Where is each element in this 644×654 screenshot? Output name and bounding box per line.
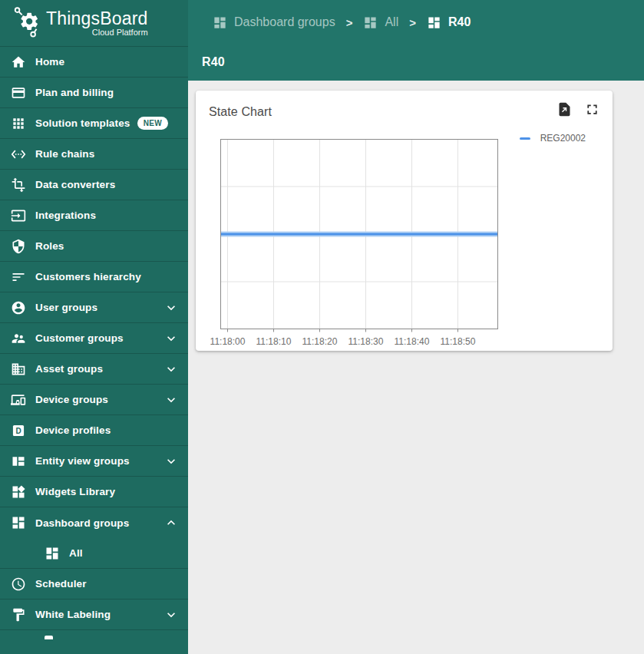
breadcrumb-item-all[interactable]: All <box>363 15 398 30</box>
legend-series-name: REG20002 <box>540 133 586 144</box>
account-circle-icon <box>11 300 26 315</box>
chart-x-label: 11:18:10 <box>256 336 292 347</box>
chevron-down-icon <box>163 392 179 408</box>
sidebar-nav: HomePlan and billingSolution templatesNE… <box>0 47 188 639</box>
input-icon <box>11 208 26 223</box>
widget-actions <box>556 100 602 118</box>
sidebar-item-label: Scheduler <box>35 578 87 590</box>
sidebar-item-customers-hierarchy[interactable]: Customers hierarchy <box>0 262 188 292</box>
widgets-icon <box>11 484 26 500</box>
format-paint-icon <box>11 607 26 623</box>
apps-icon <box>11 116 26 131</box>
chevron-down-icon <box>163 607 179 623</box>
chevron-down-icon <box>163 362 179 377</box>
breadcrumb-label: Dashboard groups <box>234 15 335 29</box>
sidebar-item-label: Roles <box>35 240 64 252</box>
sidebar-item-label: Asset groups <box>35 363 103 375</box>
dashboard-icon <box>11 515 26 530</box>
sidebar-item-customer-groups[interactable]: Customer groups <box>0 323 188 354</box>
sidebar: ThingsBoard Cloud Platform HomePlan and … <box>0 0 188 654</box>
chevron-down-icon <box>163 331 179 346</box>
shield-icon <box>11 239 26 254</box>
dashboard-icon <box>11 515 26 530</box>
device-profile-icon: D <box>11 423 26 438</box>
sidebar-item-integrations[interactable]: Integrations <box>0 200 188 231</box>
apps-icon <box>11 116 26 131</box>
dashboard-icon <box>363 15 378 30</box>
dashboard-icon <box>45 546 60 561</box>
sidebar-item-user-groups[interactable]: User groups <box>0 292 188 323</box>
sidebar-item-label: All <box>69 547 83 559</box>
sidebar-item-device-profiles[interactable]: DDevice profiles <box>0 415 188 446</box>
sort-icon <box>11 269 26 285</box>
page-title: R40 <box>202 55 225 69</box>
dashboard-canvas: State Chart REG20002 11:18:0011:18:1011:… <box>188 81 644 654</box>
chart-x-label: 11:18:50 <box>441 336 476 347</box>
view-quilt-icon <box>11 454 26 469</box>
svg-text:D: D <box>15 426 21 434</box>
sidebar-item-label: Home <box>35 56 64 68</box>
sidebar-item-white-labeling[interactable]: White Labeling <box>0 600 188 630</box>
chart-x-label: 11:18:00 <box>210 336 246 347</box>
breadcrumb-item-dashboard-groups[interactable]: Dashboard groups <box>213 15 335 30</box>
credit-card-icon <box>11 85 26 101</box>
dashboard-icon-icon <box>363 15 378 30</box>
people-icon <box>11 331 26 346</box>
chevron-down-icon <box>163 454 179 469</box>
chevron-down-icon <box>163 362 179 377</box>
sidebar-item-rule-chains[interactable]: Rule chains <box>0 139 188 170</box>
sidebar-item-roles[interactable]: Roles <box>0 231 188 262</box>
sidebar-item-widgets-library[interactable]: Widgets Library <box>0 477 188 507</box>
sidebar-item-data-converters[interactable]: Data converters <box>0 170 188 200</box>
people-icon <box>11 331 26 346</box>
export-image-button[interactable] <box>556 100 574 118</box>
transform-icon <box>11 177 26 193</box>
sidebar-item-device-groups[interactable]: Device groups <box>0 385 188 415</box>
shield-icon <box>11 239 26 254</box>
sidebar-item-plan-and-billing[interactable]: Plan and billing <box>0 78 188 108</box>
sidebar-item-label: White Labeling <box>35 609 111 620</box>
schedule-icon <box>11 576 26 592</box>
breadcrumb-separator: > <box>346 16 353 29</box>
sidebar-item-all[interactable]: All <box>0 538 188 569</box>
chevron-down-icon <box>163 392 179 408</box>
breadcrumb-bar: Dashboard groups>All>R40 <box>188 0 644 45</box>
thingsboard-logo-icon <box>12 5 45 41</box>
partial-icon <box>45 636 53 639</box>
chart-canvas[interactable]: 11:18:0011:18:1011:18:2011:18:3011:18:40… <box>220 139 498 354</box>
sidebar-item-entity-view-groups[interactable]: Entity view groups <box>0 446 188 477</box>
domain-icon <box>11 362 26 377</box>
device-profile-icon: D <box>11 423 26 438</box>
sidebar-item-home[interactable]: Home <box>0 47 188 78</box>
sidebar-item-label: User groups <box>35 302 97 313</box>
fullscreen-button[interactable] <box>583 100 602 118</box>
chevron-up-icon <box>163 515 179 530</box>
file-export-icon <box>556 101 573 117</box>
logo[interactable]: ThingsBoard Cloud Platform <box>0 0 188 47</box>
sidebar-item-label: Plan and billing <box>35 87 114 98</box>
breadcrumb-item-r40[interactable]: R40 <box>427 15 471 30</box>
chevron-down-icon <box>163 607 179 623</box>
new-badge: NEW <box>137 117 168 130</box>
sidebar-item-label: Device profiles <box>35 424 111 436</box>
chevron-down-icon <box>163 300 179 315</box>
sidebar-item-label: Solution templates <box>35 117 130 129</box>
devices-icon <box>11 392 26 408</box>
sidebar-item-label: Device groups <box>35 394 108 405</box>
chart-x-label: 11:18:20 <box>302 336 338 347</box>
sidebar-item-dashboard-groups[interactable]: Dashboard groups <box>0 507 188 538</box>
rule-chains-icon <box>11 147 26 162</box>
sidebar-item-asset-groups[interactable]: Asset groups <box>0 354 188 385</box>
domain-icon <box>11 362 26 377</box>
sidebar-item-label: Data converters <box>35 179 115 190</box>
sidebar-item-scheduler[interactable]: Scheduler <box>0 569 188 600</box>
breadcrumb-separator: > <box>409 16 416 29</box>
app-name: ThingsBoard <box>46 9 148 28</box>
home-icon <box>11 54 26 70</box>
legend-item[interactable]: REG20002 <box>520 133 586 144</box>
account-circle-icon <box>11 300 26 315</box>
time-series-chart[interactable]: 11:18:0011:18:1011:18:2011:18:3011:18:40… <box>220 139 498 354</box>
breadcrumb-label: All <box>385 15 398 29</box>
sidebar-item-solution-templates[interactable]: Solution templatesNEW <box>0 108 188 139</box>
app-subtitle: Cloud Platform <box>46 28 148 37</box>
